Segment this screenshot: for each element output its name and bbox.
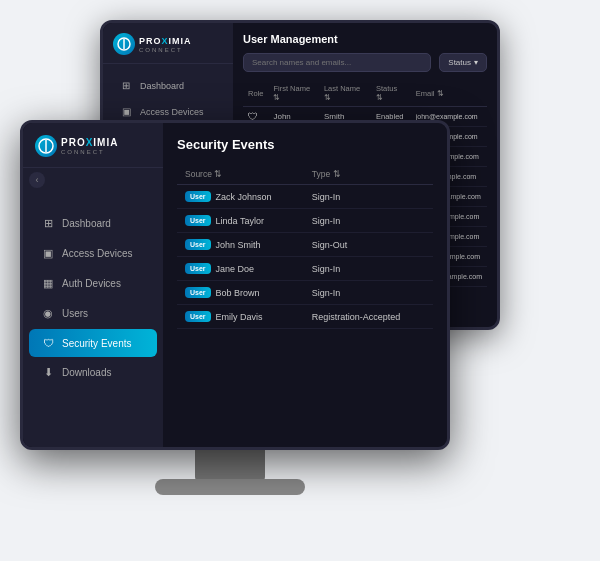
back-logo-text: PROXIMIA [139,36,192,46]
dashboard-icon: ⊞ [119,80,133,91]
source-name: Jane Doe [216,264,255,274]
back-search-input[interactable] [243,53,431,72]
front-nav-downloads-label: Downloads [62,367,111,378]
cell-type: Sign-In [304,257,433,281]
front-screen: PROXIMIA CONNECT ‹ ⊞ Dashboard ▣ Access … [23,123,447,447]
front-nav-dashboard-label: Dashboard [62,218,111,229]
front-logo: PROXIMIA CONNECT [35,135,151,157]
front-nav-auth-label: Auth Devices [62,278,121,289]
front-nav-access-devices[interactable]: ▣ Access Devices [29,239,157,268]
col-firstname: First Name ⇅ [268,80,318,107]
cell-type: Sign-In [304,209,433,233]
back-page-title: User Management [243,33,487,45]
front-page-title: Security Events [177,137,433,152]
front-nav-access-label: Access Devices [62,248,133,259]
front-logo-text: PROXIMIA [61,137,118,148]
back-logo-area: PROXIMIA CONNECT [103,23,233,64]
cell-source: User Emily Davis [177,305,304,329]
source-name: Zack Johnson [216,192,272,202]
front-logo-area: PROXIMIA CONNECT [23,123,163,168]
front-nav-downloads[interactable]: ⬇ Downloads [29,358,157,387]
front-access-icon: ▣ [41,247,55,260]
source-badge: User [185,287,211,298]
back-status-chevron: ▾ [474,58,478,67]
front-logo-sub: CONNECT [61,149,118,155]
table-row: User John Smith Sign-Out [177,233,433,257]
front-security-icon: 🛡 [41,337,55,349]
col-status: Status ⇅ [371,80,411,107]
col-email: Email ⇅ [411,80,487,107]
se-col-source: Source ⇅ [177,164,304,185]
back-logo-sub: CONNECT [139,47,192,53]
front-downloads-icon: ⬇ [41,366,55,379]
front-dashboard-icon: ⊞ [41,217,55,230]
col-role: Role [243,80,268,107]
back-logo-icon [113,33,135,55]
cell-source: User John Smith [177,233,304,257]
source-name: John Smith [216,240,261,250]
source-badge: User [185,215,211,226]
front-nav-auth-devices[interactable]: ▦ Auth Devices [29,269,157,298]
source-badge: User [185,263,211,274]
front-nav-dashboard[interactable]: ⊞ Dashboard [29,209,157,238]
table-row: User Bob Brown Sign-In [177,281,433,305]
security-events-table: Source ⇅ Type ⇅ User Zack Johnson Sign-I… [177,164,433,329]
back-logo: PROXIMIA CONNECT [113,33,223,55]
source-name: Linda Taylor [216,216,264,226]
access-devices-icon: ▣ [119,106,133,117]
table-row: User Emily Davis Registration-Accepted [177,305,433,329]
back-nav-dashboard[interactable]: ⊞ Dashboard [109,73,227,98]
cell-source: User Zack Johnson [177,185,304,209]
cell-type: Sign-Out [304,233,433,257]
front-nav-users-label: Users [62,308,88,319]
cell-type: Registration-Accepted [304,305,433,329]
cell-source: User Bob Brown [177,281,304,305]
se-col-type: Type ⇅ [304,164,433,185]
back-nav-dashboard-label: Dashboard [140,81,184,91]
back-nav-access-label: Access Devices [140,107,204,117]
source-badge: User [185,239,211,250]
front-nav: ⊞ Dashboard ▣ Access Devices ▦ Auth Devi… [23,200,163,447]
front-sidebar: PROXIMIA CONNECT ‹ ⊞ Dashboard ▣ Access … [23,123,163,447]
front-nav-users[interactable]: ◉ Users [29,299,157,328]
front-users-icon: ◉ [41,307,55,320]
source-badge: User [185,311,211,322]
source-name: Bob Brown [216,288,260,298]
sidebar-collapse-btn[interactable]: ‹ [29,172,45,188]
back-status-filter[interactable]: Status ▾ [439,53,487,72]
front-nav-security-label: Security Events [62,338,131,349]
col-lastname: Last Name ⇅ [319,80,371,107]
cell-type: Sign-In [304,281,433,305]
front-nav-security[interactable]: 🛡 Security Events [29,329,157,357]
back-status-label: Status [448,58,471,67]
table-row: User Linda Taylor Sign-In [177,209,433,233]
cell-source: User Jane Doe [177,257,304,281]
front-monitor: PROXIMIA CONNECT ‹ ⊞ Dashboard ▣ Access … [20,120,450,450]
front-auth-icon: ▦ [41,277,55,290]
cell-source: User Linda Taylor [177,209,304,233]
front-logo-icon [35,135,57,157]
back-toolbar: Status ▾ [243,53,487,72]
table-row: User Jane Doe Sign-In [177,257,433,281]
front-monitor-base [155,479,305,495]
front-monitor-stand [195,447,265,482]
front-main-content: Security Events Source ⇅ Type ⇅ User Zac… [163,123,447,447]
cell-type: Sign-In [304,185,433,209]
table-row: User Zack Johnson Sign-In [177,185,433,209]
source-badge: User [185,191,211,202]
source-name: Emily Davis [216,312,263,322]
